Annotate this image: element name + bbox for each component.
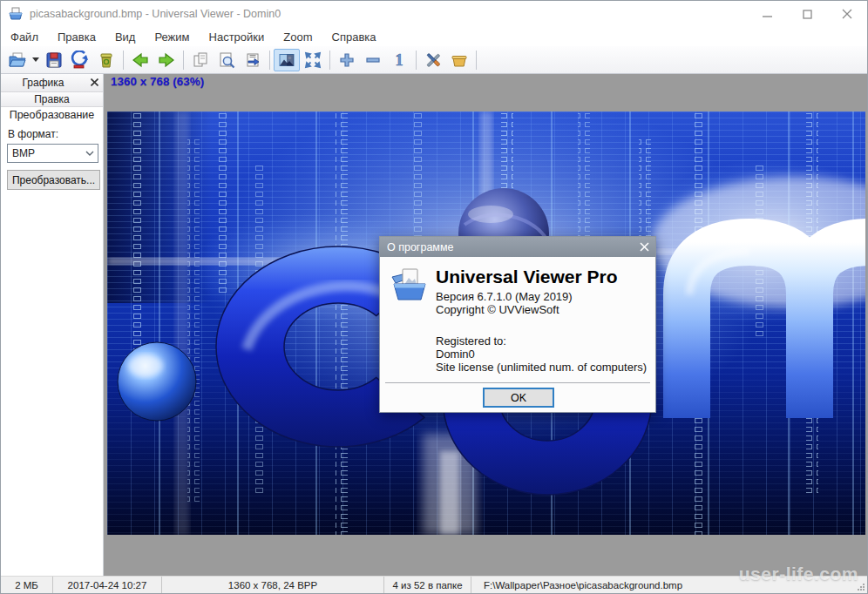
app-icon (8, 6, 24, 22)
menu-settings[interactable]: Настройки (200, 29, 275, 45)
about-separator (385, 382, 650, 383)
image-view-button[interactable] (274, 49, 300, 71)
status-dimensions: 1360 x 768, 24 BPP (162, 577, 384, 593)
minimize-button[interactable] (747, 1, 787, 27)
status-file-size: 2 МБ (1, 577, 53, 593)
toolbar-separator (123, 51, 124, 70)
format-select-value: BMP (8, 147, 82, 159)
options-button[interactable] (446, 49, 472, 71)
app-window: picasabackground.bmp - Universal Viewer … (0, 0, 868, 594)
about-dialog-title: О программе (380, 241, 633, 253)
one-to-one-icon: 1 (390, 51, 409, 70)
about-registered-label: Registered to: (436, 334, 506, 348)
about-license: Site license (unlimited num. of computer… (436, 361, 647, 374)
sidebar-tab-graphics[interactable]: Графика (1, 74, 103, 92)
svg-text:1: 1 (396, 51, 403, 69)
minus-icon (363, 51, 383, 70)
folder-open-icon (8, 51, 27, 70)
site-watermark: user-life.com (739, 564, 858, 584)
save-icon (44, 51, 64, 70)
toolbar-separator (329, 51, 330, 70)
maximize-button[interactable] (787, 1, 827, 27)
fullscreen-button[interactable] (300, 49, 326, 71)
image-icon (277, 51, 296, 70)
find-button[interactable] (214, 49, 240, 71)
image-size-zoom-label: 1360 x 768 (63%) (111, 75, 204, 88)
open-dropdown-button[interactable] (31, 49, 41, 71)
plus-icon (337, 51, 356, 70)
universal-viewer-box-icon (390, 266, 429, 304)
sidebar-section-title: Преобразование (1, 107, 103, 124)
menu-help[interactable]: Справка (322, 29, 386, 45)
chevron-down-icon (82, 151, 98, 156)
titlebar: picasabackground.bmp - Universal Viewer … (1, 1, 867, 27)
maximize-icon (803, 10, 812, 19)
menubar: Файл Правка Вид Режим Настройки Zoom Спр… (1, 27, 867, 46)
menu-mode[interactable]: Режим (145, 29, 199, 45)
copy-button[interactable] (187, 49, 214, 71)
zoom-out-button[interactable] (360, 49, 386, 71)
sidebar-panel: Графика Правка Преобразование В формат: … (1, 74, 104, 576)
page-arrow-icon (243, 51, 262, 70)
toolbar-separator (269, 51, 270, 70)
actual-size-button[interactable]: 1 (386, 49, 412, 71)
sidebar-edit-header[interactable]: Правка (1, 92, 103, 107)
statusbar: 2 МБ 2017-04-24 10:27 1360 x 768, 24 BPP… (1, 576, 867, 593)
toolbar-separator (416, 51, 417, 70)
open-button[interactable] (4, 49, 31, 71)
refresh-button[interactable] (67, 49, 93, 71)
format-select[interactable]: BMP (7, 144, 98, 163)
about-close-button[interactable] (633, 240, 655, 254)
close-button[interactable] (827, 1, 867, 27)
minimize-icon (763, 10, 772, 19)
menu-edit[interactable]: Правка (48, 29, 105, 45)
sidebar-tab-label: Графика (1, 77, 85, 89)
chevron-down-icon (32, 57, 39, 62)
image-viewer: 1360 x 768 (63%) (104, 74, 867, 576)
arrow-right-icon (157, 51, 176, 70)
zoom-in-button[interactable] (334, 49, 360, 71)
status-folder-position: 4 из 52 в папке (384, 577, 471, 593)
menu-file[interactable]: Файл (1, 29, 48, 45)
trash-icon (97, 51, 116, 70)
about-app-name: Universal Viewer Pro (436, 267, 618, 287)
about-dialog-titlebar[interactable]: О программе (380, 237, 655, 257)
arrow-left-icon (131, 51, 150, 70)
toolbar-separator (476, 51, 477, 70)
format-label: В формат: (8, 128, 58, 140)
about-copyright: Copyright © UVViewSoft (436, 303, 559, 316)
close-icon (91, 78, 98, 86)
toolbar: 1 (1, 46, 867, 74)
toolbox-icon (450, 51, 469, 70)
window-controls (747, 1, 867, 27)
back-button[interactable] (127, 49, 153, 71)
about-registered-name: Domin0 (436, 348, 475, 361)
window-title: picasabackground.bmp - Universal Viewer … (30, 8, 281, 20)
copy-pages-icon (191, 51, 210, 70)
expand-arrows-icon (303, 51, 322, 70)
ok-button[interactable]: OK (483, 388, 554, 408)
convert-button[interactable]: Преобразовать... (7, 170, 100, 190)
magnifier-page-icon (217, 51, 236, 70)
menu-zoom[interactable]: Zoom (274, 29, 322, 45)
save-button[interactable] (41, 49, 67, 71)
close-icon (640, 242, 649, 252)
forward-button[interactable] (153, 49, 180, 71)
about-dialog: О программе Universal Viewer Pro Версия … (379, 236, 656, 413)
move-button[interactable] (240, 49, 266, 71)
menu-view[interactable]: Вид (105, 29, 146, 45)
tools-icon (424, 51, 443, 70)
refresh-arrow-icon (71, 51, 90, 70)
close-icon (842, 9, 852, 19)
status-file-date: 2017-04-24 10:27 (53, 577, 162, 593)
sidebar-close-button[interactable] (85, 74, 103, 91)
about-version: Версия 6.7.1.0 (May 2019) (436, 290, 573, 303)
delete-button[interactable] (93, 49, 119, 71)
tools-button[interactable] (420, 49, 446, 71)
toolbar-separator (183, 51, 184, 70)
